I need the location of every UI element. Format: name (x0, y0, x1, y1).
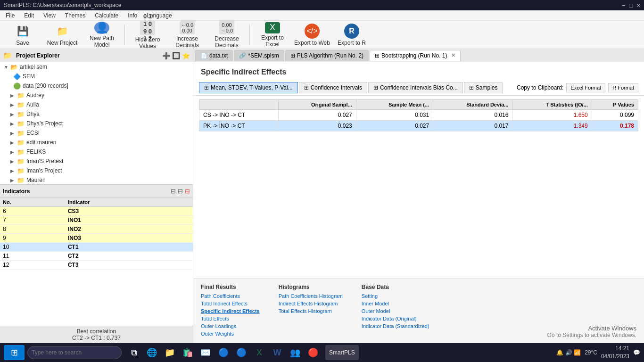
table-row[interactable]: PK -> INO -> CT 0.023 0.027 0.017 1.349 … (199, 121, 638, 132)
add-project-button[interactable]: ➕ (162, 52, 170, 59)
mail-icon[interactable]: ✉️ (198, 345, 213, 360)
table-row[interactable]: CS -> INO -> CT 0.027 0.031 0.016 1.650 … (199, 110, 638, 121)
menu-themes[interactable]: Themes (61, 11, 89, 20)
excel-icon[interactable]: X (252, 345, 267, 360)
link-total-effects-histogram[interactable]: Total Effects Histogram (279, 308, 343, 314)
table-row[interactable]: 12CT3 (0, 261, 193, 270)
sub-tab-confidence[interactable]: ⊞ Confidence Intervals (299, 82, 367, 93)
menu-calculate[interactable]: Calculate (91, 11, 122, 20)
sub-tab-mean-stdev[interactable]: ⊞ Mean, STDEV, T-Values, P-Val... (199, 82, 298, 93)
right-panel: 📄 data.txt 🔗 *SEM.splsm ⊞ PLS Algorithm … (193, 49, 644, 343)
link-inner-model[interactable]: Inner Model (362, 301, 429, 306)
clock: 14:21 04/01/2023 (601, 345, 629, 361)
sub-tab-confidence-bias[interactable]: ⊞ Confidence Intervals Bias Co... (368, 82, 463, 93)
table-row[interactable]: 7INO1 (0, 216, 193, 225)
file-explorer-icon[interactable]: 📁 (162, 345, 177, 360)
tab-pls-algorithm[interactable]: ⊞ PLS Algorithm (Run No. 2) (285, 50, 369, 61)
link-path-coefficients[interactable]: Path Coefficients (201, 293, 260, 299)
teams-icon[interactable]: 👥 (288, 345, 303, 360)
table-row[interactable]: 8INO2 (0, 225, 193, 234)
content-area: Specific Indirect Effects ⊞ Mean, STDEV,… (193, 62, 644, 279)
link-total-indirect-effects[interactable]: Total Indirect Effects (201, 301, 260, 306)
menu-view[interactable]: View (40, 11, 59, 20)
new-project-button[interactable]: 📁 New Project (43, 22, 81, 48)
histograms-col: Histograms Path Coefficients Histogram I… (279, 284, 343, 338)
export-web-icon: </> (305, 24, 320, 39)
new-path-model-icon: 👤 (94, 22, 109, 34)
hide-zero-values-button[interactable]: 0 1 1 09 0 1 2 Hide Zero Values (129, 22, 166, 48)
tab-sem-splsm[interactable]: 🔗 *SEM.splsm (234, 50, 284, 61)
link-total-effects[interactable]: Total Effects (201, 316, 260, 321)
link-outer-weights[interactable]: Outer Weights (201, 331, 260, 337)
save-button[interactable]: 💾 Save (4, 22, 41, 48)
sub-tab-samples[interactable]: ⊞ Samples (464, 82, 503, 93)
link-outer-model[interactable]: Outer Model (362, 308, 429, 314)
word-icon[interactable]: W (270, 345, 285, 360)
minimize-panel-button[interactable]: 🔲 (172, 52, 180, 59)
tab-close-button[interactable]: ✕ (451, 52, 455, 58)
search-input[interactable] (27, 346, 122, 359)
tree-item-dhya[interactable]: ▶ 📁 Dhya (0, 109, 193, 119)
tree-item-sem[interactable]: 🔷 SEM (0, 72, 193, 81)
decrease-decimals-label: Decrease Decimals (208, 35, 246, 49)
filter-button-3[interactable]: ⊟ (185, 188, 190, 195)
table-row[interactable]: 9INO3 (0, 234, 193, 243)
excel-format-button[interactable]: Excel Format (566, 83, 605, 92)
path-cell: CS -> INO -> CT (199, 110, 279, 121)
tree-item-ecsi[interactable]: ▶ 📁 ECSI (0, 128, 193, 138)
filter-button-2[interactable]: ⊟ (178, 188, 183, 195)
menu-edit[interactable]: Edit (20, 11, 38, 20)
other-icon[interactable]: 🔴 (305, 345, 321, 360)
notification-icon[interactable]: 💬 (633, 349, 640, 356)
time-display: 14:21 (601, 345, 629, 353)
maximize-button[interactable]: □ (629, 2, 633, 9)
tab-data-txt[interactable]: 📄 data.txt (195, 50, 233, 61)
edge-icon[interactable]: 🌐 (144, 345, 159, 360)
smartpls-taskbar-app[interactable]: SmartPLS (325, 345, 359, 360)
tree-item-mauren[interactable]: ▶ 📁 Mauren (0, 175, 193, 185)
export-web-button[interactable]: </> Export to Web (293, 22, 331, 48)
increase-decimals-button[interactable]: ←0.00.00 Increase Decimals (168, 22, 206, 48)
tree-item-imans-project[interactable]: ▶ 📁 Iman's Project (0, 166, 193, 175)
filter-button-1[interactable]: ⊟ (171, 188, 176, 195)
star-button[interactable]: ⭐ (182, 52, 190, 59)
link-path-coeff-histogram[interactable]: Path Coefficients Histogram (279, 293, 343, 299)
new-path-model-button[interactable]: 👤 New Path Model (83, 22, 121, 48)
menu-file[interactable]: File (2, 11, 18, 20)
table-row[interactable]: 11CT2 (0, 252, 193, 261)
tree-item-edit-mauren[interactable]: ▶ 📁 edit mauren (0, 138, 193, 147)
tree-item-imans-pretest[interactable]: ▶ 📁 Iman'S Pretest (0, 156, 193, 166)
tree-item-audrey[interactable]: ▶ 📁 Audrey (0, 90, 193, 100)
menu-info[interactable]: Info (124, 11, 141, 20)
tree-item-dhya-project[interactable]: ▶ 📁 Dhya's Project (0, 119, 193, 128)
export-r-button[interactable]: R Export to R (333, 22, 371, 48)
tab-pls-label: PLS Algorithm (Run No. 2) (297, 52, 363, 59)
link-specific-indirect-effects[interactable]: Specific Indirect Effects (201, 308, 260, 314)
taskbar-right: 🔔 🔊 📶 29°C 14:21 04/01/2023 💬 (556, 345, 640, 361)
table-row[interactable]: 6CS3 (0, 207, 193, 216)
close-button[interactable]: × (636, 2, 640, 9)
minimize-button[interactable]: − (622, 2, 626, 9)
link-setting[interactable]: Setting (362, 293, 429, 299)
task-view-icon[interactable]: ⧉ (126, 345, 141, 360)
orig-sample-cell: 0.023 (279, 121, 356, 132)
tree-item-aulia[interactable]: ▶ 📁 Aulia (0, 100, 193, 109)
link-indicator-data-standardized[interactable]: Indicator Data (Standardized) (362, 323, 429, 329)
tree-item-feliks[interactable]: ▶ 📁 FELIKS (0, 147, 193, 156)
tab-bootstrapping[interactable]: ⊞ Bootstrapping (Run No. 1) ✕ (370, 50, 460, 61)
decrease-decimals-button[interactable]: 0.00→0.0 Decrease Decimals (208, 22, 246, 48)
start-button[interactable]: ⊞ (4, 345, 25, 360)
r-format-button[interactable]: R Format (608, 83, 638, 92)
link-indirect-effects-histogram[interactable]: Indirect Effects Histogram (279, 301, 343, 306)
table-row[interactable]: 10CT1 (0, 243, 193, 252)
tree-item-data[interactable]: 🟢 data [290 records] (0, 81, 193, 90)
tree-item-artikel-sem[interactable]: ▼ 📂 artikel sem (0, 62, 193, 72)
store-icon[interactable]: 🛍️ (180, 345, 195, 360)
link-indicator-data-original[interactable]: Indicator Data (Original) (362, 316, 429, 321)
hide-zero-label: Hide Zero Values (129, 36, 166, 49)
export-excel-button[interactable]: X Export to Excel (254, 22, 291, 48)
tree-toggle: ▶ (10, 178, 17, 183)
chrome2-icon[interactable]: 🔵 (234, 345, 249, 360)
link-outer-loadings[interactable]: Outer Loadings (201, 323, 260, 329)
chrome-icon[interactable]: 🔵 (216, 345, 231, 360)
